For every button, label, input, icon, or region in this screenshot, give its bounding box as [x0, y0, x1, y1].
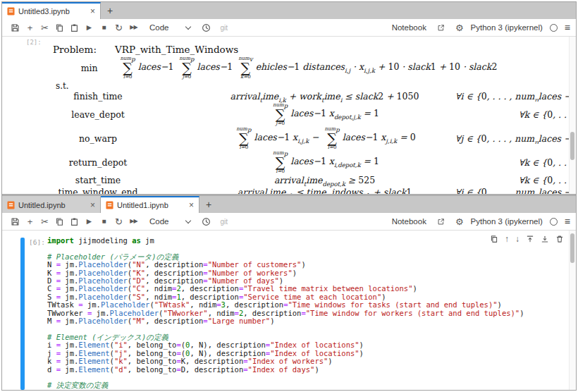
- constraint-row: no_warp nump∑i=0laces−1 xi,j,k − nump∑i=…: [2, 126, 576, 150]
- panel-menu-icon[interactable]: ≡: [565, 22, 570, 33]
- new-tab-button[interactable]: +: [101, 2, 119, 19]
- kernel-status-icon[interactable]: [550, 218, 558, 226]
- cell-type-dropdown[interactable]: Code: [149, 23, 192, 32]
- run-icon[interactable]: ▶: [82, 218, 97, 225]
- tab-untitled1-ipynb[interactable]: Untitled1.ipynb ×: [101, 196, 199, 213]
- jupyterlab-window: Untitled3.ipynb × + +✂▶■↻▶▶CodegitNotebo…: [1, 1, 577, 391]
- stop-icon[interactable]: ■: [97, 24, 111, 31]
- move-up-icon[interactable]: ↑: [505, 235, 509, 243]
- paste-icon[interactable]: [67, 217, 82, 226]
- new-tab-button[interactable]: +: [199, 196, 218, 213]
- constraint-label: start_time: [2, 175, 194, 185]
- duplicate-icon[interactable]: [490, 235, 498, 243]
- tab-label: Untitled1.ipynb: [117, 201, 168, 209]
- constraint-forall: ∀i ∈ {0, . . . , numplaces −: [455, 187, 576, 194]
- chevron-down-icon: [185, 24, 190, 30]
- kernel-name[interactable]: Python 3 (ipykernel): [471, 23, 543, 32]
- min-label: min: [81, 63, 98, 73]
- close-tab-icon[interactable]: ×: [90, 7, 95, 16]
- scrollbar-top[interactable]: [569, 37, 576, 194]
- insert-cell-icon[interactable]: +: [23, 23, 37, 32]
- constraint-forall: ∀k ∈ {0, . .: [455, 157, 576, 168]
- selected-cell-bar[interactable]: [20, 238, 25, 390]
- chevron-down-icon: [185, 218, 190, 223]
- code-line[interactable]: [47, 374, 566, 381]
- tab-label: Untitled.ipynb: [18, 201, 66, 209]
- insert-below-icon[interactable]: [541, 235, 549, 243]
- objective-row: min nump∑i=0laces−1 nump∑j=0laces−1 numv…: [2, 56, 576, 80]
- tab-bar-top: Untitled3.ipynb × +: [2, 2, 576, 19]
- cut-icon[interactable]: ✂: [37, 217, 52, 226]
- run-icon[interactable]: ▶: [82, 24, 97, 31]
- scrollbar-bottom[interactable]: [569, 231, 576, 390]
- constraint-row: start_time arrivaltimedepot,k ≥ 525 ∀k ∈…: [2, 174, 576, 186]
- cell-toolbar: ↑↓: [490, 235, 564, 243]
- save-icon[interactable]: [8, 23, 23, 32]
- clock-icon[interactable]: [199, 217, 214, 226]
- toolbar-right: Notebook⚙Python 3 (ipykernel)≡: [392, 216, 570, 227]
- constraint-forall: ∀j ∈ {0, . . . , numplaces −: [455, 133, 576, 144]
- stop-icon[interactable]: ■: [97, 218, 111, 225]
- gear-icon[interactable]: ⚙: [455, 216, 464, 227]
- constraint-label: return_depot: [2, 157, 194, 168]
- execution-count: [6]:: [29, 238, 45, 246]
- git-status-label: git: [221, 218, 228, 226]
- move-down-icon[interactable]: ↓: [515, 235, 519, 243]
- restart-icon[interactable]: ↻: [111, 23, 126, 32]
- close-tab-icon[interactable]: ×: [189, 201, 194, 209]
- code-line[interactable]: import jijmodeling as jm: [47, 237, 566, 245]
- code-editor[interactable]: import jijmodeling as jm # Placeholder (…: [47, 237, 566, 390]
- constraint-equation: nump∑j=0laces−1 xdepot,j,k = 1: [194, 102, 455, 126]
- tab-untitled-ipynb[interactable]: Untitled.ipynb ×: [2, 196, 101, 213]
- constraint-label: finish_time: [2, 91, 194, 102]
- paste-icon[interactable]: [67, 23, 82, 32]
- subject-to-label: s.t.: [56, 81, 576, 90]
- problem-name: VRP_with_Time_Windows: [115, 44, 238, 55]
- save-icon[interactable]: [8, 217, 23, 226]
- gear-icon[interactable]: ⚙: [455, 23, 464, 33]
- insert-above-icon[interactable]: [526, 235, 534, 243]
- tab-label: Untitled3.ipynb: [18, 7, 70, 16]
- cut-icon[interactable]: ✂: [37, 23, 52, 32]
- constraint-row: leave_depot nump∑j=0laces−1 xdepot,j,k =…: [2, 102, 576, 126]
- constraint-forall: ∀k ∈ {0, . .: [455, 175, 576, 185]
- panel-menu-icon[interactable]: ≡: [565, 216, 570, 227]
- kernel-name[interactable]: Python 3 (ipykernel): [471, 217, 543, 226]
- cell-type-value: Code: [149, 23, 169, 32]
- constraint-label: no_warp: [2, 133, 194, 144]
- code-line[interactable]: M = jm.Placeholder("M", description="Lar…: [47, 317, 566, 325]
- constraint-row: time_window_end arrivaltimei,k ≤ timewin…: [2, 186, 576, 194]
- code-cell-area: [6]: ↑↓ import jijmodeling as jm # Place…: [2, 231, 576, 390]
- restart-icon[interactable]: ↻: [111, 217, 126, 226]
- execution-count: [2]:: [26, 39, 42, 46]
- cell-type-dropdown[interactable]: Code: [149, 217, 192, 226]
- constraint-equation: nump∑i=0laces−1 xi,j,k − nump∑i=0laces−1…: [194, 126, 455, 150]
- tab-untitled3-ipynb[interactable]: Untitled3.ipynb ×: [2, 2, 101, 19]
- tab-bar-bottom: Untitled.ipynb × Untitled1.ipynb × +: [2, 196, 576, 213]
- constraint-forall: ∀k ∈ {0, . .: [455, 109, 576, 120]
- external-link-icon[interactable]: [434, 24, 448, 32]
- insert-cell-icon[interactable]: +: [23, 217, 37, 226]
- scrollbar-thumb[interactable]: [570, 233, 574, 263]
- notebook-panel-bottom: Untitled.ipynb × Untitled1.ipynb × + +✂▶…: [2, 196, 576, 390]
- notebook-context-label: Notebook: [392, 23, 426, 32]
- clock-icon[interactable]: [199, 23, 214, 32]
- copy-icon[interactable]: [52, 217, 67, 226]
- cell-type-value: Code: [149, 217, 169, 226]
- external-link-icon[interactable]: [434, 218, 448, 226]
- objective-expression: nump∑i=0laces−1 nump∑j=0laces−1 numv∑k=0…: [118, 56, 498, 80]
- run-all-icon[interactable]: ▶▶: [126, 25, 141, 30]
- delete-icon[interactable]: [555, 235, 564, 243]
- run-all-icon[interactable]: ▶▶: [126, 219, 141, 224]
- constraint-row: return_depot nump∑i=0laces−1 xi,depot,k …: [2, 150, 576, 174]
- close-tab-icon[interactable]: ×: [90, 201, 95, 209]
- notebook-panel-top: Untitled3.ipynb × + +✂▶■↻▶▶CodegitNotebo…: [2, 2, 576, 194]
- scrollbar-thumb[interactable]: [570, 132, 574, 160]
- code-line[interactable]: d = jm.Element("d", belong_to=D, descrip…: [47, 366, 566, 374]
- constraint-row: finish_time arrivaltimei,k + worktimei ≤…: [2, 90, 576, 102]
- kernel-status-icon[interactable]: [550, 24, 558, 32]
- notebook-file-icon: [7, 7, 15, 16]
- constraint-equation: arrivaltimedepot,k ≥ 525: [194, 175, 455, 185]
- constraint-label: leave_depot: [2, 109, 194, 120]
- copy-icon[interactable]: [52, 23, 67, 32]
